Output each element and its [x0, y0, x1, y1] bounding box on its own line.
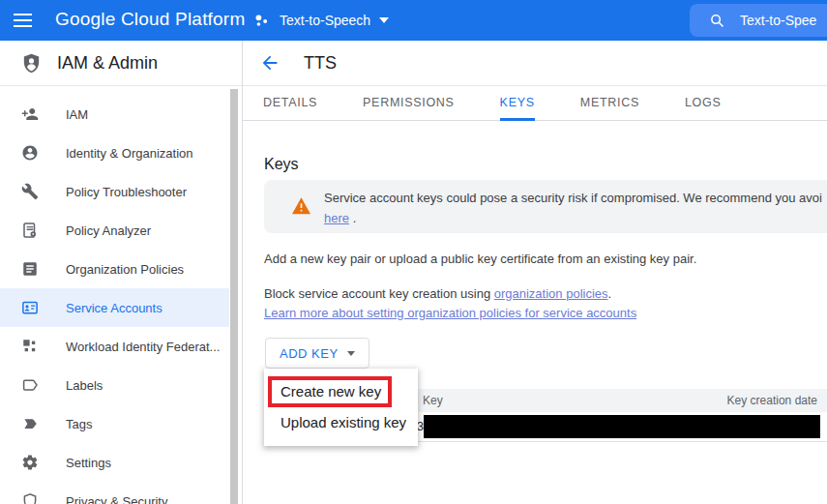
warning-text: Service account keys could pose a securi…	[324, 191, 822, 205]
organization-policies-link[interactable]: organization policies	[494, 286, 608, 301]
search-input[interactable]: Text-to-Spee	[740, 13, 816, 28]
sidebar-item-policy-analyzer[interactable]: Policy Analyzer	[0, 211, 229, 250]
tab-keys[interactable]: KEYS	[500, 86, 535, 121]
sidebar-item-label: Policy Troubleshooter	[66, 185, 187, 199]
section-header: IAM & Admin TTS	[0, 41, 827, 86]
sidebar-item-identity-organization[interactable]: Identity & Organization	[0, 133, 229, 172]
sidebar-item-label: Identity & Organization	[66, 146, 193, 161]
sidebar-item-label: Organization Policies	[66, 262, 184, 277]
warning-banner: Service account keys could pose a securi…	[264, 180, 827, 233]
warning-icon	[291, 196, 311, 215]
label-icon	[21, 376, 39, 394]
sidebar-item-label: Workload Identity Federat...	[66, 340, 220, 354]
sidebar-item-label: Privacy & Security	[66, 494, 167, 504]
sidebar-item-settings[interactable]: Settings	[0, 443, 229, 482]
add-key-label: ADD KEY	[280, 346, 339, 361]
sidebar-item-label: Policy Analyzer	[66, 223, 151, 238]
sidebar-item-privacy-security[interactable]: Privacy & Security	[0, 482, 229, 504]
key-id-visible-text: 3	[417, 420, 424, 433]
keys-heading: Keys	[264, 156, 299, 173]
menu-hamburger-icon[interactable]	[14, 10, 37, 31]
sidebar-item-label: IAM	[66, 107, 88, 122]
project-name: Text-to-Speech	[280, 13, 370, 28]
add-key-button[interactable]: ADD KEY	[265, 338, 369, 369]
sidebar-nav: IAM Identity & Organization Policy Troub…	[0, 86, 242, 504]
sidebar-item-iam[interactable]: IAM	[0, 95, 229, 133]
chevron-down-icon	[379, 17, 389, 23]
page-title: TTS	[304, 53, 337, 74]
redaction-bar	[424, 415, 820, 438]
account-circle-icon	[21, 144, 39, 162]
tab-details[interactable]: DETAILS	[263, 86, 317, 121]
menu-item-upload-existing-key[interactable]: Upload existing key	[264, 407, 418, 438]
chevron-down-icon	[347, 351, 355, 356]
document-gear-icon	[21, 222, 39, 239]
search-box[interactable]: Text-to-Spee	[690, 4, 827, 37]
warning-period: .	[353, 211, 357, 225]
tag-icon	[21, 415, 39, 432]
service-account-icon	[21, 299, 39, 316]
sidebar-item-policy-troubleshooter[interactable]: Policy Troubleshooter	[0, 172, 229, 211]
sidebar-item-label: Service Accounts	[66, 301, 162, 315]
sidebar-item-labels[interactable]: Labels	[0, 366, 229, 404]
learn-more-link[interactable]: Learn more about setting organization po…	[264, 306, 636, 320]
project-dots-icon	[253, 12, 271, 29]
column-key-creation-date: Key creation date	[727, 389, 817, 412]
back-button[interactable]	[259, 52, 282, 75]
project-switcher[interactable]: Text-to-Speech	[253, 0, 389, 41]
menu-item-create-new-key[interactable]: Create new key	[264, 376, 418, 407]
add-key-dropdown-menu: Create new key Upload existing key	[264, 369, 418, 446]
top-bar: Google Cloud Platform Text-to-Speech Tex…	[0, 0, 827, 41]
person-add-icon	[21, 105, 39, 123]
sidebar-item-service-accounts[interactable]: Service Accounts	[0, 288, 229, 327]
wrench-icon	[21, 183, 39, 200]
iam-admin-shield-icon	[20, 52, 43, 74]
sidebar-item-tags[interactable]: Tags	[0, 404, 229, 443]
panel-divider	[242, 41, 243, 504]
iam-admin-header: IAM & Admin	[0, 41, 242, 85]
sidebar-item-workload-identity-federation[interactable]: Workload Identity Federat...	[0, 327, 229, 366]
sidebar-item-label: Labels	[66, 378, 103, 393]
tab-permissions[interactable]: PERMISSIONS	[363, 86, 455, 121]
warning-here-link[interactable]: here	[324, 211, 349, 225]
tab-metrics[interactable]: METRICS	[580, 86, 639, 121]
sidebar-title: IAM & Admin	[57, 53, 158, 74]
tab-logs[interactable]: LOGS	[685, 86, 722, 121]
intro-text: Add a new key pair or upload a public ke…	[264, 252, 696, 266]
squares-icon	[21, 338, 39, 355]
block-key-creation-text: Block service account key creation using…	[264, 286, 611, 301]
sidebar-item-label: Settings	[66, 456, 111, 470]
sidebar-item-label: Tags	[66, 417, 92, 431]
gcp-console-window: Google Cloud Platform Text-to-Speech Tex…	[0, 0, 827, 504]
back-arrow-icon	[259, 52, 281, 74]
shield-icon	[21, 492, 39, 504]
tab-bar: DETAILS PERMISSIONS KEYS METRICS LOGS	[243, 86, 827, 121]
column-key: Key	[423, 389, 443, 412]
gear-icon	[21, 454, 39, 471]
article-icon	[21, 260, 39, 278]
sidebar-scrollbar[interactable]	[230, 89, 238, 504]
brand-title: Google Cloud Platform	[55, 9, 245, 30]
search-icon	[709, 13, 725, 29]
sidebar-item-organization-policies[interactable]: Organization Policies	[0, 250, 229, 288]
